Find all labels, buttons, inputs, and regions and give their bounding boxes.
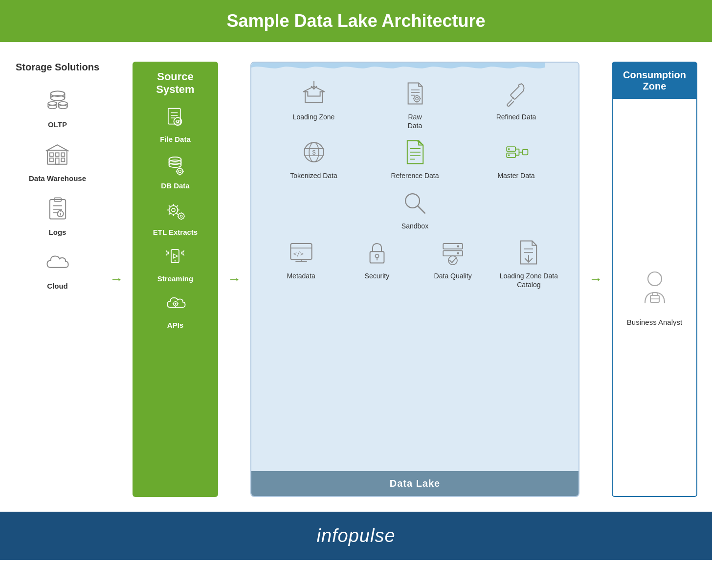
source-item-db-data: DB Data (161, 153, 189, 190)
loading-zone-icon (301, 80, 327, 110)
oltp-label: OLTP (48, 120, 67, 129)
raw-data-icon (402, 80, 428, 110)
svg-rect-13 (48, 150, 67, 164)
svg-point-55 (178, 213, 184, 219)
file-data-icon (164, 107, 187, 133)
etl-label: ETL Extracts (153, 228, 198, 236)
svg-line-54 (177, 205, 178, 206)
master-data-icon (503, 139, 530, 169)
lake-item-raw-data: RawData (386, 80, 445, 130)
apis-icon (164, 293, 187, 319)
lake-item-refined-data: Refined Data (487, 80, 546, 121)
lake-row-2: $ Tokenized Data (263, 139, 567, 180)
svg-rect-17 (50, 158, 53, 161)
source-item-etl: ETL Extracts (153, 200, 198, 236)
security-icon (364, 239, 390, 269)
svg-point-97 (508, 148, 510, 150)
main-content: Storage Solutions (0, 42, 712, 512)
svg-line-52 (177, 213, 178, 214)
master-data-label: Master Data (497, 171, 534, 180)
file-data-label: File Data (160, 135, 191, 143)
svg-rect-15 (56, 153, 59, 156)
right-arrow-icon-2: → (227, 271, 241, 287)
svg-line-51 (169, 205, 170, 206)
svg-line-100 (418, 206, 424, 213)
svg-point-8 (48, 105, 57, 109)
data-lake-footer: Data Lake (251, 471, 578, 496)
logs-icon (44, 195, 71, 225)
lake-item-master-data: Master Data (487, 139, 546, 180)
loading-zone-label: Loading Zone (293, 113, 335, 121)
arrow-source-to-lake: → (227, 62, 242, 497)
lake-item-data-quality: Data Quality (423, 239, 482, 280)
storage-item-data-warehouse: Data Warehouse (29, 141, 86, 182)
svg-rect-18 (56, 158, 59, 164)
svg-rect-16 (62, 153, 65, 156)
svg-point-74 (414, 96, 420, 102)
business-analyst-label: Business Analyst (627, 318, 682, 326)
cloud-icon (44, 249, 71, 279)
svg-point-62 (175, 260, 176, 262)
raw-data-label: RawData (408, 113, 423, 130)
metadata-icon: </> (288, 239, 314, 269)
wavy-border (251, 63, 578, 71)
svg-point-5 (48, 102, 57, 105)
storage-item-cloud: Cloud (44, 249, 71, 290)
tokenized-data-label: Tokenized Data (290, 171, 337, 180)
svg-point-27 (60, 211, 61, 212)
svg-point-40 (179, 170, 181, 173)
svg-text:$: $ (312, 149, 315, 156)
right-arrow-icon-3: → (589, 271, 602, 287)
streaming-label: Streaming (157, 274, 193, 283)
tokenized-data-icon: $ (301, 139, 327, 169)
svg-point-111 (457, 245, 460, 248)
etl-icon (164, 200, 187, 226)
data-lake-body: Loading Zone (251, 71, 578, 471)
svg-line-53 (169, 213, 170, 214)
svg-point-12 (58, 105, 67, 109)
arrow-lake-to-consumption: → (588, 62, 603, 497)
sandbox-icon (402, 189, 428, 219)
right-arrow-icon: → (110, 271, 123, 287)
lake-item-security: Security (348, 239, 406, 280)
svg-marker-63 (174, 254, 178, 258)
data-warehouse-icon (44, 141, 70, 171)
svg-point-38 (169, 163, 181, 167)
business-analyst-icon (638, 269, 672, 314)
consumption-zone-column: Consumption Zone Business Analyst (612, 62, 697, 497)
page-footer: infopulse (0, 512, 712, 560)
svg-point-117 (648, 272, 662, 286)
apis-label: APIs (167, 321, 183, 329)
oltp-icon (44, 88, 71, 117)
source-system-title: Source System (139, 70, 211, 96)
svg-rect-90 (507, 147, 515, 152)
data-quality-icon (440, 239, 466, 269)
refined-data-label: Refined Data (496, 113, 536, 121)
lake-item-loading-zone: Loading Zone (285, 80, 343, 121)
svg-point-45 (169, 205, 178, 214)
page-title: Sample Data Lake Architecture (227, 11, 486, 31)
storage-solutions-column: Storage Solutions (15, 62, 100, 497)
svg-rect-109 (443, 244, 463, 249)
storage-solutions-title: Storage Solutions (16, 62, 99, 73)
sandbox-label: Sandbox (401, 222, 428, 230)
svg-rect-19 (62, 158, 65, 161)
lake-item-tokenized: $ Tokenized Data (285, 139, 343, 180)
consumption-zone-body: Business Analyst (613, 99, 696, 496)
streaming-icon (163, 246, 187, 272)
lake-row-1: Loading Zone (263, 80, 567, 130)
svg-point-39 (177, 168, 183, 174)
db-data-label: DB Data (161, 181, 189, 190)
refined-data-icon (503, 80, 530, 110)
catalog-label: Loading Zone Data Catalog (499, 271, 558, 289)
data-quality-label: Data Quality (434, 271, 472, 280)
svg-rect-96 (522, 150, 528, 155)
svg-point-9 (58, 102, 67, 105)
catalog-icon (515, 239, 542, 269)
page-header: Sample Data Lake Architecture (0, 0, 712, 42)
reference-data-icon (402, 139, 428, 169)
lake-item-catalog: Loading Zone Data Catalog (499, 239, 558, 289)
svg-point-112 (457, 252, 460, 254)
arrow-storage-to-source: → (109, 62, 124, 497)
metadata-label: Metadata (287, 271, 315, 280)
